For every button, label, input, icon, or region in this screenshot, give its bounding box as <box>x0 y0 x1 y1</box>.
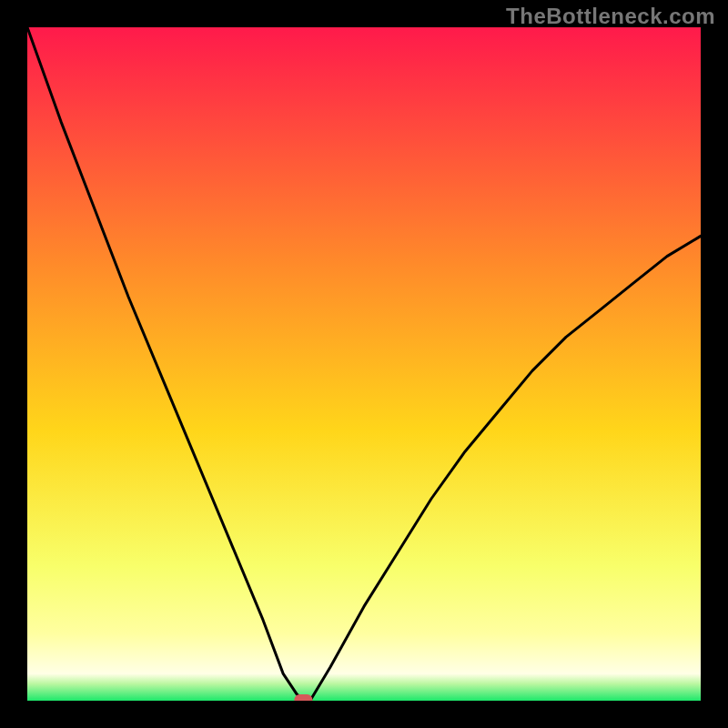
gradient-background <box>27 27 701 701</box>
optimal-marker <box>294 694 312 701</box>
chart-frame: TheBottleneck.com <box>0 0 728 728</box>
watermark-text: TheBottleneck.com <box>506 4 715 29</box>
chart-svg <box>27 27 701 701</box>
plot-area <box>27 27 701 701</box>
